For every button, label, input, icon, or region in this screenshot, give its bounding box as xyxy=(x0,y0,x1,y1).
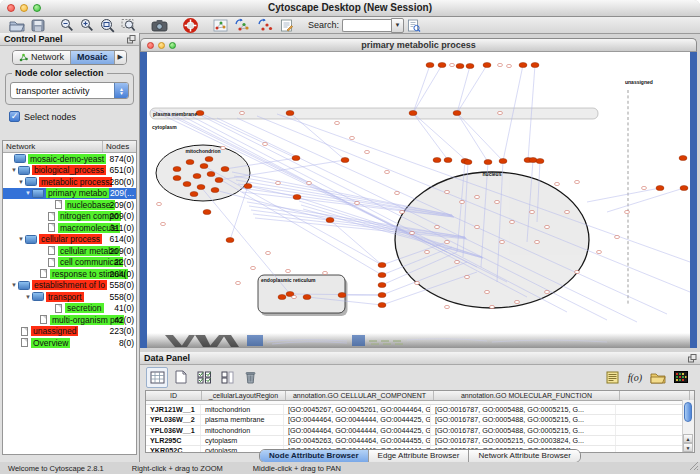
network-node-small[interactable] xyxy=(515,300,520,303)
network-node[interactable] xyxy=(278,294,286,299)
tab-network[interactable]: Network xyxy=(13,51,71,64)
table-cell[interactable]: [GO:0016787, GO:0005488, GO:0005215, G..… xyxy=(431,426,616,435)
tab-edge-attribute-browser[interactable]: Edge Attribute Browser xyxy=(369,450,470,462)
network-canvas[interactable]: plasma membranecytoplasmmitochondrionnuc… xyxy=(147,52,690,333)
tree-row[interactable]: multi-organism pro42(0) xyxy=(3,314,136,326)
network-node[interactable] xyxy=(190,191,198,196)
disclosure-triangle-icon[interactable]: ▼ xyxy=(25,190,31,196)
network-node-small[interactable] xyxy=(221,146,226,149)
network-node[interactable] xyxy=(444,157,452,162)
save-icon[interactable] xyxy=(28,18,48,33)
network-edge[interactable] xyxy=(587,188,660,202)
network-node[interactable] xyxy=(303,294,311,299)
network-node-small[interactable] xyxy=(450,63,455,66)
tree-row[interactable]: response to stimulu264(0) xyxy=(3,268,136,280)
network-node-small[interactable] xyxy=(435,225,440,228)
network-node[interactable] xyxy=(484,159,492,164)
tree-row[interactable]: mosaic-demo-yeast874(0) xyxy=(3,153,136,165)
network-node[interactable] xyxy=(173,175,181,180)
new-network-icon[interactable] xyxy=(210,18,231,33)
tab-node-attribute-browser[interactable]: Node Attribute Browser xyxy=(260,450,369,462)
table-row[interactable]: YJR121W__1mitochondrion[GO:0045267, GO:0… xyxy=(146,405,694,415)
attribute-table-icon[interactable] xyxy=(146,367,168,388)
table-cell[interactable]: mitochondrion xyxy=(201,405,284,414)
network-edge[interactable] xyxy=(330,220,382,265)
network-node[interactable] xyxy=(680,185,688,190)
network-edge[interactable] xyxy=(290,113,345,160)
table-cell[interactable] xyxy=(616,415,685,424)
network-node-small[interactable] xyxy=(490,305,495,308)
delete-attribute-icon[interactable] xyxy=(240,368,260,387)
tree-row[interactable]: Overview8(0) xyxy=(3,337,136,349)
table-cell[interactable]: YPL036W__2 xyxy=(146,415,201,424)
table-cell[interactable] xyxy=(616,426,685,435)
tree-row[interactable]: ▼primary metabo209(... xyxy=(3,188,136,200)
tree-row[interactable]: ▼metabolic process280(0) xyxy=(3,176,136,188)
network-node-small[interactable] xyxy=(460,200,465,203)
network-node-small[interactable] xyxy=(465,275,470,278)
network-node[interactable] xyxy=(221,166,229,171)
tab-network-attribute-browser[interactable]: Network Attribute Browser xyxy=(469,450,579,462)
network-node-small[interactable] xyxy=(161,222,166,225)
column-header-empty[interactable] xyxy=(620,391,690,400)
network-edge[interactable] xyxy=(413,113,468,162)
network-node[interactable] xyxy=(433,157,441,162)
table-row[interactable]: YPL036W__2plasma membrane[GO:0044464, GO… xyxy=(146,415,694,425)
network-node-small[interactable] xyxy=(425,250,430,253)
float-panel-icon[interactable] xyxy=(127,35,136,47)
formula-icon[interactable]: f(o) xyxy=(625,368,645,387)
network-node[interactable] xyxy=(378,292,386,297)
table-cell[interactable]: YPL036W__1 xyxy=(146,426,201,435)
network-node[interactable] xyxy=(215,177,223,182)
network-node[interactable] xyxy=(531,62,539,67)
network-node-small[interactable] xyxy=(400,210,405,213)
network-node-small[interactable] xyxy=(335,121,340,124)
network-node-small[interactable] xyxy=(415,281,420,284)
network-node-small[interactable] xyxy=(475,195,480,198)
help-icon[interactable] xyxy=(180,18,201,33)
tree-header-network[interactable]: Network xyxy=(3,141,103,152)
tree-row[interactable]: cell communicat22(0) xyxy=(3,257,136,269)
network-node-small[interactable] xyxy=(455,260,460,263)
network-node[interactable] xyxy=(338,292,346,297)
table-cell[interactable]: [GO:0045263, GO:0044464, GO:0044455, G..… xyxy=(284,436,431,445)
network-node[interactable] xyxy=(378,262,386,267)
network-node[interactable] xyxy=(453,110,461,115)
network-node[interactable] xyxy=(286,110,294,115)
network-node-small[interactable] xyxy=(395,191,400,194)
network-node[interactable] xyxy=(679,155,687,160)
scroll-up-icon[interactable]: ▲ xyxy=(683,434,693,443)
table-row[interactable]: YPL036W__1mitochondrion[GO:0044464, GO:0… xyxy=(146,426,694,436)
network-node[interactable] xyxy=(656,185,664,190)
zoom-fit-icon[interactable] xyxy=(97,18,118,33)
tree-row[interactable]: ▼cellular process614(0) xyxy=(3,234,136,246)
disclosure-triangle-icon[interactable]: ▼ xyxy=(11,282,17,288)
unselect-attributes-icon[interactable] xyxy=(217,368,237,387)
tree-row[interactable]: macromolecule311(0) xyxy=(3,222,136,234)
network-node[interactable] xyxy=(483,62,491,67)
network-node-small[interactable] xyxy=(625,210,630,213)
network-node-small[interactable] xyxy=(500,240,505,243)
table-cell[interactable]: YLR295C xyxy=(146,436,201,445)
network-node-small[interactable] xyxy=(157,202,162,205)
disclosure-triangle-icon[interactable]: ▼ xyxy=(18,236,24,242)
network-node-small[interactable] xyxy=(575,270,580,273)
snapshot-icon[interactable] xyxy=(148,18,171,33)
network-node[interactable] xyxy=(244,183,252,188)
import-network-icon[interactable] xyxy=(231,18,254,33)
network-edge[interactable] xyxy=(607,188,684,212)
import-attributes-icon[interactable] xyxy=(648,368,668,387)
network-node[interactable] xyxy=(409,110,417,115)
network-node[interactable] xyxy=(205,156,213,161)
column-header[interactable]: annotation.GO CELLULAR_COMPONENT xyxy=(286,391,434,400)
node-color-dropdown[interactable]: transporter activity ▲▼ xyxy=(10,82,129,99)
table-cell[interactable]: [GO:0044464, GO:0044444, GO:0044425, G..… xyxy=(284,415,431,424)
network-node-small[interactable] xyxy=(410,231,415,234)
network-node-small[interactable] xyxy=(292,295,297,298)
table-cell[interactable]: [GO:0044464, GO:0044444, GO:0044425, G..… xyxy=(284,426,431,435)
disclosure-triangle-icon[interactable]: ▼ xyxy=(11,167,17,173)
network-node[interactable] xyxy=(426,62,434,67)
table-scrollbar[interactable]: ▲ ▼ xyxy=(682,400,694,452)
table-cell[interactable] xyxy=(616,405,685,414)
network-node-small[interactable] xyxy=(236,281,241,284)
